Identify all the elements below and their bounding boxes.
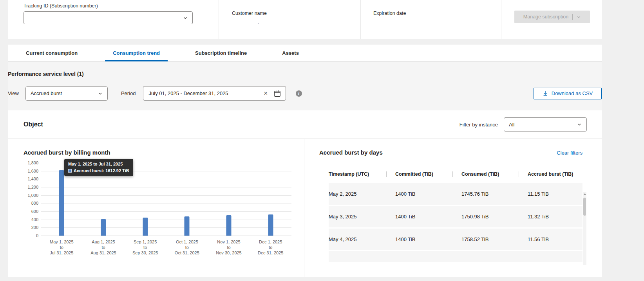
x-axis-label: Dec 1, 2025toDec 31, 2025 — [250, 239, 291, 256]
subscription-header-panel: Tracking ID (Subscription number) Custom… — [8, 0, 602, 39]
scrollbar-thumb[interactable] — [583, 198, 586, 216]
chart-tooltip-value: Accrued burst: 1612.92 TiB — [74, 168, 129, 173]
clear-period-icon[interactable]: ✕ — [264, 91, 268, 96]
tracking-id-label: Tracking ID (Subscription number) — [24, 3, 219, 9]
chart-gridline — [41, 179, 291, 179]
download-icon — [543, 91, 548, 96]
y-axis-label: 600 — [21, 209, 38, 214]
chart-bar[interactable] — [185, 216, 190, 236]
chevron-down-icon — [577, 122, 582, 127]
view-dropdown-value: Accrued burst — [31, 90, 62, 96]
chart-bar[interactable] — [226, 215, 232, 236]
chevron-down-icon[interactable] — [183, 16, 188, 20]
chart-title: Accrued burst by billing month — [24, 149, 304, 156]
x-axis-label: Nov 1, 2025toNov 30, 2025 — [208, 239, 250, 256]
chart-gridline — [41, 220, 291, 220]
period-field[interactable]: July 01, 2025 - December 31, 2025 ✕ — [143, 86, 286, 101]
y-axis-label: 800 — [21, 201, 38, 205]
table-cell-timestamp: May 4, 2025 — [329, 236, 395, 242]
performance-section: Performance service level (1) View Accru… — [8, 61, 602, 277]
instance-filter-dropdown[interactable]: All — [504, 117, 587, 131]
chart-gridline — [41, 211, 291, 212]
manage-section: Manage subscription — [501, 0, 602, 39]
tab-assets[interactable]: Assets — [274, 45, 307, 61]
y-axis-label: 1,400 — [21, 177, 38, 181]
y-axis-label: 200 — [21, 225, 38, 230]
tab-consumption-trend[interactable]: Consumption trend — [105, 45, 168, 61]
y-axis-label: 400 — [21, 217, 38, 222]
table-row: May 3, 20251400 TiB1750.98 TiB11.32 TiB — [329, 206, 582, 227]
column-header: Consumed (TiB) — [461, 171, 528, 177]
button-separator — [572, 14, 573, 20]
chart-plot-area: May 1, 2025 to Jul 31, 2025 Accrued burs… — [41, 163, 291, 236]
legend-swatch — [68, 169, 72, 173]
chart-bar[interactable] — [268, 214, 273, 236]
chart-tooltip: May 1, 2025 to Jul 31, 2025 Accrued burs… — [64, 159, 133, 176]
column-header: Timestamp (UTC) — [329, 171, 395, 177]
x-axis-label: May 1, 2025toJul 31, 2025 — [41, 239, 83, 256]
table-header-row: Timestamp (UTC)Committed (TiB)Consumed (… — [329, 171, 582, 183]
info-icon[interactable]: i — [296, 90, 302, 97]
table-cell-consumed: 1750.98 TiB — [461, 214, 528, 220]
bar-chart: May 1, 2025 to Jul 31, 2025 Accrued burs… — [24, 163, 291, 256]
chevron-down-icon — [98, 91, 103, 96]
table-scrollbar[interactable] — [583, 192, 586, 265]
table-cell-timestamp: May 2, 2025 — [329, 191, 395, 197]
section-title: Performance service level (1) — [8, 61, 602, 77]
chart-bar[interactable] — [59, 170, 64, 236]
customer-name-label: Customer name — [232, 11, 360, 16]
customer-name-value: . — [258, 20, 360, 24]
table-cell-committed: 1400 TiB — [395, 191, 461, 197]
expiration-date-section: Expiration date — [361, 0, 501, 39]
table-row: May 2, 20251400 TiB1745.76 TiB11.15 TiB — [329, 183, 582, 205]
x-axis-label: Sep 1, 2025toSep 30, 2025 — [124, 239, 166, 256]
x-axis-label: Oct 1, 2025toOct 31, 2025 — [166, 239, 208, 256]
chart-gridline — [41, 187, 291, 187]
customer-name-section: Customer name . — [219, 0, 360, 39]
table-body: May 2, 20251400 TiB1745.76 TiB11.15 TiBM… — [329, 183, 582, 262]
clear-filters-link[interactable]: Clear filters — [557, 150, 582, 156]
chart-bar[interactable] — [101, 219, 106, 236]
table-cell-timestamp: May 3, 2025 — [329, 214, 395, 220]
chevron-down-icon[interactable] — [577, 15, 581, 19]
tracking-id-section: Tracking ID (Subscription number) — [8, 0, 219, 39]
download-csv-button[interactable]: Download as CSV — [534, 88, 602, 99]
y-axis-label: 1,800 — [21, 160, 38, 165]
table-cell-consumed: 1745.76 TiB — [461, 191, 528, 197]
tab-subscription-timeline[interactable]: Subscription timeline — [187, 45, 255, 61]
chart-panel: Accrued burst by billing month May 1, 20… — [8, 139, 304, 277]
tab-current-consumption[interactable]: Current consumption — [18, 45, 85, 61]
page-content: Tracking ID (Subscription number) Custom… — [8, 0, 602, 277]
tab-bar: Current consumption Consumption trend Su… — [8, 45, 602, 61]
filter-row: View Accrued burst Period July 01, 2025 … — [8, 86, 602, 110]
manage-subscription-button[interactable]: Manage subscription — [514, 11, 590, 23]
column-header: Committed (TiB) — [395, 171, 461, 177]
chart-gridline — [41, 203, 291, 204]
calendar-icon[interactable] — [274, 90, 281, 97]
object-card-body: Accrued burst by billing month May 1, 20… — [8, 139, 602, 277]
table-cell-committed: 1400 TiB — [395, 214, 461, 220]
filter-by-instance-label: Filter by instance — [459, 122, 498, 128]
object-card-header: Object Filter by instance All — [8, 110, 602, 139]
manage-subscription-label: Manage subscription — [523, 14, 568, 20]
tracking-id-combobox[interactable] — [24, 11, 193, 24]
y-axis-label: 1,200 — [21, 185, 38, 189]
expiration-date-label: Expiration date — [373, 11, 501, 16]
table-row-partial — [329, 251, 582, 262]
chart-gridline — [41, 227, 291, 228]
column-header: Accrued burst (TiB) — [528, 171, 582, 177]
instance-filter-value: All — [509, 122, 514, 128]
chart-bar[interactable] — [143, 218, 148, 236]
object-title: Object — [24, 121, 43, 128]
view-label: View — [8, 90, 19, 96]
view-dropdown[interactable]: Accrued burst — [25, 86, 108, 101]
download-csv-label: Download as CSV — [552, 90, 593, 96]
y-axis-label: 1,000 — [21, 193, 38, 198]
table-cell-accrued: 11.15 TiB — [528, 191, 582, 197]
y-axis-label: 1,600 — [21, 169, 38, 173]
table-cell-accrued: 11.56 TiB — [528, 236, 582, 242]
scroll-up-icon[interactable] — [583, 193, 586, 195]
chart-tooltip-title: May 1, 2025 to Jul 31, 2025 — [68, 162, 129, 166]
table-title: Accrued burst by days — [319, 149, 383, 156]
chart-gridline — [41, 195, 291, 196]
